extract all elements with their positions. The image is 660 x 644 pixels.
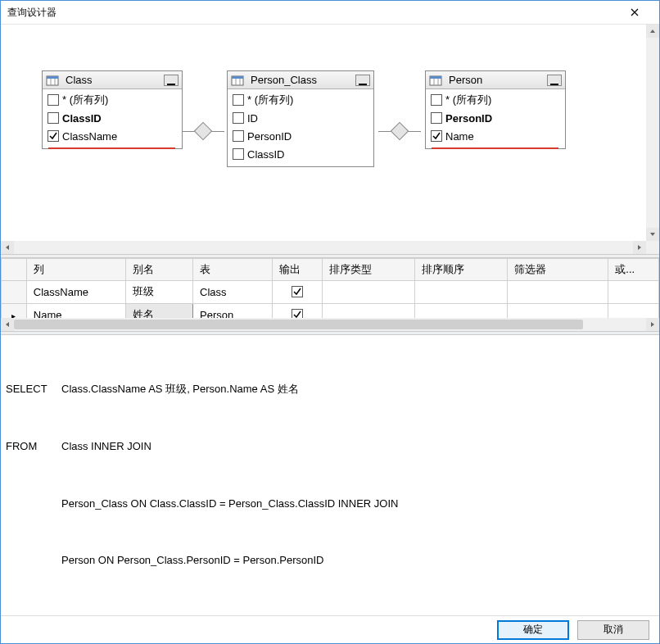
grid-hscroll-track[interactable]: [14, 318, 646, 331]
diagram-column-row[interactable]: ClassName: [43, 127, 182, 145]
diagram-column-row[interactable]: * (所有列): [43, 91, 182, 109]
scroll-left-button[interactable]: [1, 241, 14, 254]
grid-column-header[interactable]: 别名: [125, 258, 192, 280]
diagram-column-row[interactable]: * (所有列): [228, 91, 373, 109]
diagram-canvas[interactable]: Class* (所有列)ClassIDClassNamePerson_Class…: [1, 25, 646, 241]
column-name: * (所有列): [62, 93, 108, 107]
grid-hscroll-thumb[interactable]: [14, 320, 583, 329]
column-checkbox[interactable]: [431, 130, 442, 142]
grid-column-header[interactable]: 或...: [608, 258, 659, 280]
close-button[interactable]: [616, 1, 653, 24]
scroll-right-button[interactable]: [646, 318, 659, 331]
cancel-button[interactable]: 取消: [577, 620, 649, 640]
sql-pane[interactable]: SELECTClass.ClassName AS 班级, Person.Name…: [1, 335, 659, 615]
column-checkbox[interactable]: [233, 112, 244, 124]
diagram-table[interactable]: Person_Class* (所有列)IDPersonIDClassID: [227, 70, 374, 167]
grid-cell-output[interactable]: [272, 303, 323, 318]
grid-cell-sorttype[interactable]: [323, 280, 415, 303]
sql-text: Class.ClassName AS 班级, Person.Name AS 姓名: [61, 380, 299, 398]
column-checkbox[interactable]: [47, 130, 59, 142]
scroll-left-button[interactable]: [1, 318, 14, 331]
grid-row[interactable]: Name姓名Person: [2, 303, 659, 318]
grid-cell-table[interactable]: Class: [193, 280, 273, 303]
criteria-grid[interactable]: 列别名表输出排序类型排序顺序筛选器或...ClassName班级ClassNam…: [1, 258, 659, 318]
grid-column-header[interactable]: 表: [193, 258, 273, 280]
grid-cell-or[interactable]: [608, 280, 659, 303]
column-name: * (所有列): [445, 93, 491, 107]
diagram-table-name: Person_Class: [247, 74, 355, 86]
diagram-column-row[interactable]: ClassID: [43, 109, 182, 127]
grid-cell-sortorder[interactable]: [415, 303, 508, 318]
row-selector[interactable]: [2, 280, 27, 303]
annotation-underline: [432, 147, 558, 149]
grid-cell-alias[interactable]: 姓名: [125, 303, 192, 318]
grid-cell-filter[interactable]: [508, 303, 608, 318]
diagram-column-row[interactable]: ID: [228, 109, 373, 127]
join-diamond-icon[interactable]: [391, 122, 409, 141]
output-checkbox[interactable]: [292, 309, 303, 318]
grid-column-header[interactable]: 列: [26, 258, 125, 280]
close-icon: [631, 8, 639, 16]
grid-cell-output[interactable]: [272, 280, 323, 303]
output-checkbox[interactable]: [292, 286, 303, 297]
scroll-up-button[interactable]: [646, 25, 659, 38]
column-name: * (所有列): [247, 93, 293, 107]
diagram-table-name: Person: [445, 74, 547, 86]
ok-button[interactable]: 确定: [497, 620, 569, 640]
grid-cell-column[interactable]: Name: [26, 303, 125, 318]
titlebar: 查询设计器: [1, 1, 659, 25]
table-icon: [46, 75, 59, 86]
column-checkbox[interactable]: [431, 94, 442, 106]
grid-cell-sorttype[interactable]: [323, 303, 415, 318]
column-checkbox[interactable]: [233, 130, 244, 142]
column-checkbox[interactable]: [47, 112, 59, 124]
diagram-table-header[interactable]: Class: [43, 71, 182, 89]
diagram-hscrollbar[interactable]: [1, 241, 646, 254]
column-name: ClassID: [247, 148, 285, 161]
diagram-column-row[interactable]: * (所有列): [426, 91, 565, 109]
diagram-table-header[interactable]: Person: [426, 71, 565, 89]
column-checkbox[interactable]: [233, 148, 244, 160]
row-header-cell: [2, 258, 27, 280]
scroll-down-button[interactable]: [646, 228, 659, 241]
window-title: 查询设计器: [7, 6, 616, 20]
grid-hscrollbar[interactable]: [1, 318, 659, 331]
grid-row[interactable]: ClassName班级Class: [2, 280, 659, 303]
sql-text: Person_Class ON Class.ClassID = Person_C…: [61, 495, 398, 513]
diagram-column-row[interactable]: ClassID: [228, 145, 373, 163]
diagram-table[interactable]: Person* (所有列)PersonIDName: [425, 70, 566, 149]
grid-column-header[interactable]: 输出: [272, 258, 323, 280]
minimize-button[interactable]: [547, 75, 562, 86]
minimize-button[interactable]: [164, 75, 179, 86]
grid-column-header[interactable]: 排序顺序: [415, 258, 508, 280]
row-selector[interactable]: [2, 303, 27, 318]
scroll-corner: [646, 241, 659, 254]
diagram-table[interactable]: Class* (所有列)ClassIDClassName: [42, 70, 183, 149]
query-designer-window: 查询设计器 Class* (所有列)ClassIDClassNamePerson…: [0, 0, 660, 644]
column-checkbox[interactable]: [47, 94, 59, 106]
diagram-table-header[interactable]: Person_Class: [228, 71, 373, 89]
grid-cell-column[interactable]: ClassName: [26, 280, 125, 303]
column-checkbox[interactable]: [233, 94, 244, 106]
join-diamond-icon[interactable]: [194, 122, 213, 141]
grid-cell-sortorder[interactable]: [415, 280, 508, 303]
grid-column-header[interactable]: 排序类型: [323, 258, 415, 280]
minimize-button[interactable]: [355, 75, 370, 86]
sql-keyword: FROM: [6, 438, 61, 456]
grid-cell-or[interactable]: [608, 303, 659, 318]
grid-cell-table[interactable]: Person: [193, 303, 273, 318]
scroll-right-button[interactable]: [633, 241, 646, 254]
sql-text: Person ON Person_Class.PersonID = Person…: [61, 551, 323, 569]
diagram-pane[interactable]: Class* (所有列)ClassIDClassNamePerson_Class…: [1, 25, 659, 254]
svg-rect-1: [47, 76, 58, 79]
grid-column-header[interactable]: 筛选器: [508, 258, 608, 280]
diagram-column-row[interactable]: PersonID: [426, 109, 565, 127]
sql-text: Class INNER JOIN: [61, 438, 151, 456]
column-checkbox[interactable]: [431, 112, 442, 124]
grid-cell-filter[interactable]: [508, 280, 608, 303]
diagram-column-row[interactable]: PersonID: [228, 127, 373, 145]
column-name: ClassID: [62, 112, 102, 125]
diagram-vscrollbar[interactable]: [646, 25, 659, 241]
diagram-column-row[interactable]: Name: [426, 127, 565, 145]
grid-cell-alias[interactable]: 班级: [125, 280, 192, 303]
